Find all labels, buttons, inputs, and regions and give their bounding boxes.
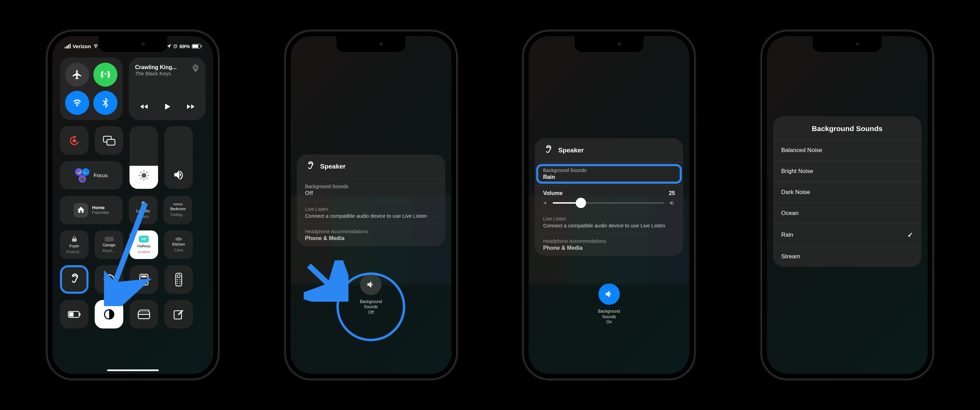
volume-icon [172,168,185,181]
svg-point-25 [177,283,178,284]
notes-button[interactable] [164,300,193,328]
connectivity-tile[interactable] [60,57,123,120]
tv-remote-button[interactable] [164,265,193,294]
svg-point-26 [180,283,180,284]
foyer-sub: Front D... [67,250,82,254]
track-artist: The Black Keys [135,71,192,76]
rotation-lock-button[interactable] [60,126,89,155]
bedroom-sub: Ceiling... [170,212,185,217]
bg-sounds-value: Rain [543,174,675,180]
battery-icon [192,44,201,49]
sound-option-ocean[interactable]: Ocean [773,203,921,223]
focus-button[interactable]: 🌙 🛏️ 💼 Focus [60,161,123,190]
hearing-button[interactable] [60,265,89,294]
option-label: Stream [781,253,800,260]
ear-icon [543,145,554,155]
svg-line-34 [309,266,340,295]
track-title: Crawling King... [135,64,192,71]
svg-rect-19 [176,273,181,286]
now-playing-tile[interactable]: Crawling King... The Black Keys [129,57,205,120]
svg-line-33 [109,203,145,298]
dark-mode-icon [103,308,115,321]
svg-point-20 [177,274,180,277]
notch [99,36,167,52]
sound-option-rain[interactable]: Rain✓ [773,223,921,246]
blur-background [528,195,689,285]
phone-2-hearing-off: Speaker Background Sounds Off Live Liste… [286,31,456,379]
screen: Speaker Background Sounds Rain Volume 25 [528,36,689,374]
wallet-icon [138,309,150,320]
sound-option-bright-noise[interactable]: Bright Noise [773,161,921,182]
brightness-slider[interactable] [129,126,158,189]
list-title: Background Sounds [773,116,921,140]
option-label: Bright Noise [781,168,813,175]
battery-icon [68,311,81,318]
previous-icon[interactable] [140,102,148,111]
option-label: Rain [781,231,793,238]
svg-point-23 [177,281,178,282]
hearing-header: Speaker [297,154,445,179]
bedroom-tile[interactable]: Bedroom Ceiling... [164,196,192,224]
home-icon [74,203,88,217]
next-icon[interactable] [186,102,195,111]
annotation-arrow [104,199,152,306]
kitchen-tile[interactable]: Kitchen Cans [164,230,193,259]
foyer-title: Foyer [70,244,79,248]
bg-sounds-label: Background Sounds [305,184,437,189]
ear-icon [68,274,81,286]
screen-mirroring-button[interactable] [95,126,123,155]
compose-icon [173,309,184,320]
airplane-button[interactable] [65,63,89,87]
svg-rect-4 [107,139,115,145]
play-icon[interactable] [163,102,172,111]
airplane-icon [72,69,83,80]
kitchen-title: Kitchen [172,242,185,246]
cellular-button[interactable] [93,63,118,87]
light-icon [175,237,182,241]
airplay-icon[interactable] [192,64,199,72]
svg-point-24 [180,281,180,282]
sound-option-stream[interactable]: Stream [773,246,921,267]
carrier-label: Verizon [73,43,91,49]
sound-list-card: Background Sounds Balanced NoiseBright N… [773,116,921,267]
check-icon: ✓ [907,231,913,239]
sound-option-balanced-noise[interactable]: Balanced Noise [773,140,921,161]
foyer-tile[interactable]: Foyer Front D... [60,230,89,259]
location-icon [167,44,171,48]
speaker-label: Speaker [320,163,346,170]
home-indicator[interactable] [107,369,159,371]
svg-rect-31 [138,311,150,318]
focus-label: Focus [94,173,108,178]
bg-sounds-row[interactable]: Background Sounds Rain [535,163,683,185]
wifi-icon [72,99,82,107]
speaker-label: Speaker [558,147,584,154]
annotation-arrow [304,260,348,302]
svg-point-5 [142,173,146,178]
screen-mirroring-icon [103,136,115,146]
svg-rect-29 [69,312,74,317]
bg-sounds-toggle[interactable]: Background Sounds On [598,283,620,325]
phone-1-control-center: Verizon 69% [48,31,218,379]
svg-point-2 [194,66,197,69]
notch [575,36,644,52]
bluetooth-button[interactable] [93,91,118,115]
bg-btn-state: On [606,320,612,325]
bg-btn-title: Background Sounds [360,299,382,310]
low-power-button[interactable] [60,300,89,328]
hearing-header: Speaker [535,138,683,163]
focus-icons-cluster: 🌙 🛏️ 💼 [75,168,89,183]
option-label: Balanced Noise [781,147,822,154]
volume-slider[interactable] [553,202,665,204]
kitchen-sub: Cans [174,248,183,252]
volume-slider[interactable] [164,126,193,189]
sound-option-dark-noise[interactable]: Dark Noise [773,182,921,203]
bg-btn-state: Off [368,310,374,315]
battery-pct: 69% [180,43,190,49]
screen: Speaker Background Sounds Off Live Liste… [291,36,452,374]
svg-point-22 [180,279,180,280]
remote-icon [175,273,183,287]
svg-point-1 [193,65,198,70]
phone-4-sound-list: Background Sounds Balanced NoiseBright N… [762,31,932,379]
wifi-button[interactable] [65,91,89,115]
screen: Background Sounds Balanced NoiseBright N… [767,36,928,374]
